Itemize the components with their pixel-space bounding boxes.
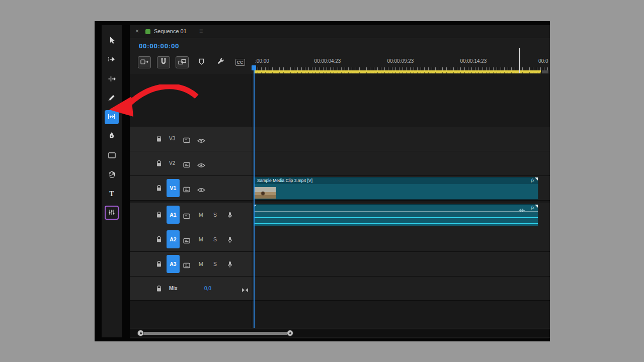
- mute-toggle[interactable]: M: [199, 261, 203, 267]
- tool-rectangle[interactable]: [105, 149, 119, 163]
- track-content-v3[interactable]: [252, 127, 550, 151]
- solo-toggle[interactable]: S: [213, 236, 217, 242]
- video-clip[interactable]: Sample Media Clip 3.mp4 [V] fx: [253, 177, 538, 200]
- track-lock-toggle[interactable]: [154, 259, 164, 268]
- track-output-icon[interactable]: [182, 136, 191, 145]
- zoom-handle-left[interactable]: [137, 330, 144, 336]
- voiceover-mic-icon[interactable]: [225, 235, 234, 244]
- desktop-background: T × Sequence 01 ≡ 00:00:00:00: [0, 0, 644, 362]
- tool-track-select-forward[interactable]: [105, 53, 119, 67]
- ruler-label: :00:00: [255, 58, 269, 64]
- sequence-end-marker: [519, 48, 520, 73]
- render-bar-end: [542, 70, 548, 73]
- track-content-a3[interactable]: [252, 252, 550, 277]
- mix-track-name[interactable]: Mix: [169, 286, 178, 291]
- track-header-a2: A2 M S: [130, 227, 252, 252]
- clip-thumbnail: [254, 187, 276, 199]
- ruler-label: 00:00:04:23: [314, 58, 341, 64]
- track-lock-toggle[interactable]: [154, 184, 164, 193]
- linked-selection-icon: [178, 58, 186, 67]
- snap-toggle-button[interactable]: [157, 56, 170, 68]
- sequence-tab[interactable]: Sequence 01: [154, 28, 187, 34]
- track-area: V3 V2 V1: [130, 74, 550, 328]
- zoom-handle-right[interactable]: [287, 330, 293, 336]
- track-lock-toggle[interactable]: [154, 134, 164, 143]
- playhead-timecode[interactable]: 00:00:00:00: [139, 42, 179, 50]
- snap-magnet-icon: [160, 58, 167, 67]
- tool-type[interactable]: T: [105, 187, 119, 201]
- source-patch-v1[interactable]: V1: [167, 179, 180, 197]
- track-output-icon[interactable]: [182, 160, 191, 169]
- track-lock-toggle[interactable]: [154, 235, 164, 244]
- track-content-v2[interactable]: [252, 151, 550, 176]
- keyframe-navigator-icon[interactable]: [240, 286, 250, 295]
- track-header-v3: V3: [130, 127, 252, 151]
- mix-level-value[interactable]: 0,0: [204, 286, 211, 291]
- tool-ripple-edit[interactable]: [105, 72, 119, 86]
- track-header-a3: A3 M S: [130, 252, 252, 277]
- audio-waveform-line: [254, 223, 538, 224]
- track-header-v1: V1: [130, 176, 252, 201]
- track-name[interactable]: V3: [169, 136, 175, 141]
- premiere-window: T × Sequence 01 ≡ 00:00:00:00: [95, 21, 550, 341]
- voiceover-mic-icon[interactable]: [225, 260, 234, 269]
- fx-badge: fx: [531, 177, 535, 183]
- sequence-icon: [145, 29, 150, 34]
- track-lock-toggle[interactable]: [154, 159, 164, 168]
- hand-icon: [108, 170, 115, 180]
- track-visibility-toggle[interactable]: [197, 161, 206, 170]
- tool-pen[interactable]: [105, 129, 119, 143]
- track-lock-toggle[interactable]: [154, 284, 164, 293]
- voiceover-mic-icon[interactable]: [225, 211, 234, 220]
- nest-toggle-button[interactable]: [138, 56, 151, 68]
- ruler-label: 00:0: [538, 58, 548, 64]
- track-name[interactable]: V2: [169, 160, 175, 166]
- mute-toggle[interactable]: M: [199, 212, 203, 218]
- track-content-mix[interactable]: [252, 277, 550, 301]
- track-header-a1: A1 M S: [130, 203, 252, 227]
- track-output-icon[interactable]: [182, 185, 191, 194]
- tool-hand[interactable]: [105, 168, 119, 182]
- ripple-edit-icon: [108, 75, 116, 84]
- track-header-v2: V2: [130, 151, 252, 176]
- playhead[interactable]: [254, 65, 255, 328]
- track-visibility-toggle[interactable]: [197, 186, 206, 195]
- tool-razor[interactable]: [105, 92, 119, 106]
- track-output-icon[interactable]: [182, 212, 191, 221]
- panel-close-button[interactable]: ×: [135, 28, 139, 35]
- marker-icon: [199, 58, 204, 67]
- track-output-icon[interactable]: [182, 236, 191, 245]
- captions-icon: CC: [235, 59, 245, 66]
- type-icon: T: [109, 190, 114, 198]
- add-marker-button[interactable]: [195, 56, 208, 68]
- rectangle-icon: [108, 151, 116, 160]
- cursor-icon: [108, 36, 115, 46]
- timeline-scrollbar[interactable]: [130, 329, 550, 337]
- audio-clip[interactable]: fx: [253, 204, 538, 226]
- render-bar: [254, 70, 541, 73]
- solo-toggle[interactable]: S: [213, 212, 217, 218]
- tool-slip[interactable]: [105, 110, 119, 124]
- linked-selection-button[interactable]: [176, 56, 189, 68]
- mute-toggle[interactable]: M: [199, 236, 203, 242]
- tool-selection[interactable]: [105, 34, 119, 48]
- solo-toggle[interactable]: S: [213, 261, 217, 267]
- track-lock-toggle[interactable]: [154, 210, 164, 219]
- timeline-settings-button[interactable]: [214, 56, 227, 68]
- track-output-icon[interactable]: [182, 261, 191, 270]
- sliders-icon: [108, 208, 115, 217]
- source-patch-a1[interactable]: A1: [167, 206, 180, 224]
- audio-waveform-line: [254, 217, 538, 218]
- source-patch-a3[interactable]: A3: [167, 255, 180, 273]
- scrollbar-thumb[interactable]: [137, 332, 291, 335]
- captions-button[interactable]: CC: [233, 56, 247, 68]
- track-content-a2[interactable]: [252, 227, 550, 252]
- fx-badge: fx: [531, 205, 535, 210]
- wrench-icon: [217, 58, 224, 67]
- source-patch-a2[interactable]: A2: [167, 230, 180, 248]
- track-visibility-toggle[interactable]: [197, 136, 206, 145]
- tool-sliders[interactable]: [105, 206, 119, 220]
- ruler-label: 00:00:09:23: [387, 58, 414, 64]
- panel-menu-button[interactable]: ≡: [199, 27, 203, 35]
- video-clip-title: Sample Media Clip 3.mp4 [V]: [257, 178, 312, 183]
